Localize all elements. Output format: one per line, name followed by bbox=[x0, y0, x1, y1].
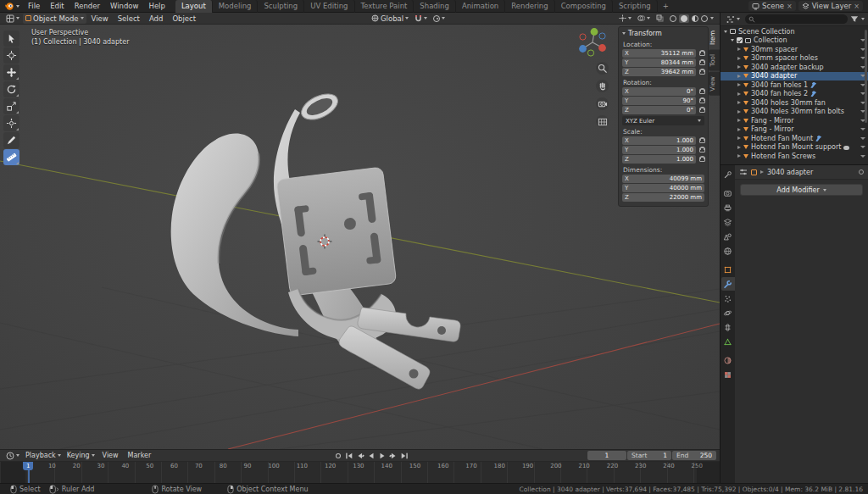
lock-icon[interactable] bbox=[698, 89, 704, 94]
perspective-toggle-button[interactable] bbox=[596, 115, 609, 128]
outliner-item[interactable]: 3040 holes 30mm fan bolts bbox=[721, 108, 868, 117]
visibility-icon[interactable] bbox=[860, 155, 865, 158]
current-frame-field[interactable]: 1 bbox=[587, 451, 626, 460]
tab-material[interactable] bbox=[721, 353, 735, 367]
frame-start-field[interactable]: Start1 bbox=[627, 451, 671, 460]
workspace-tab-texture-paint[interactable]: Texture Paint bbox=[355, 0, 415, 13]
workspace-tab-uv-editing[interactable]: UV Editing bbox=[304, 0, 354, 13]
scale-y-field[interactable]: Y1.000 bbox=[622, 146, 696, 154]
menu-render[interactable]: Render bbox=[70, 0, 105, 13]
axis-x-handle[interactable] bbox=[598, 44, 606, 52]
expand-icon[interactable] bbox=[737, 136, 741, 140]
rotation-y-field[interactable]: Y90° bbox=[622, 97, 696, 105]
outliner-item[interactable]: 30mm spacer bbox=[721, 45, 868, 54]
axis-x-neg-handle[interactable] bbox=[580, 34, 586, 40]
model-3040-adapter[interactable] bbox=[171, 89, 461, 389]
rotation-z-field[interactable]: Z0° bbox=[622, 106, 696, 114]
lock-icon[interactable] bbox=[698, 138, 704, 143]
lock-icon[interactable] bbox=[698, 147, 704, 153]
outliner-item[interactable]: 3040 holes 30mm fan bbox=[721, 98, 868, 108]
tab-object-data[interactable] bbox=[721, 335, 735, 348]
menu-object[interactable]: Object bbox=[168, 14, 200, 23]
outliner-item[interactable]: 3040 adapter backup bbox=[721, 63, 868, 72]
sidebar-tab-tool[interactable]: Tool bbox=[709, 50, 720, 71]
chevron-down-icon[interactable] bbox=[861, 18, 865, 20]
tab-texture[interactable] bbox=[721, 368, 735, 381]
transform-orientation-dropdown[interactable]: Global bbox=[369, 14, 411, 24]
move-tool[interactable] bbox=[3, 64, 19, 80]
menu-view[interactable]: View bbox=[87, 14, 113, 23]
scale-z-field[interactable]: Z1.000 bbox=[622, 155, 696, 164]
tab-physics[interactable] bbox=[721, 306, 735, 319]
transform-tool[interactable] bbox=[3, 115, 19, 131]
menu-window[interactable]: Window bbox=[105, 0, 144, 13]
scale-tool[interactable] bbox=[3, 98, 19, 114]
expand-icon[interactable] bbox=[737, 110, 741, 114]
next-keyframe-button[interactable] bbox=[389, 452, 398, 460]
location-y-field[interactable]: Y80344 mm bbox=[622, 58, 696, 67]
shading-material-button[interactable] bbox=[692, 15, 698, 22]
dimensions-y-field[interactable]: Y40000 mm bbox=[622, 184, 704, 192]
workspace-tab-modeling[interactable]: Modeling bbox=[213, 0, 259, 13]
axis-z-handle[interactable] bbox=[579, 45, 587, 53]
expand-icon[interactable] bbox=[737, 92, 741, 96]
workspace-tab-sculpting[interactable]: Sculpting bbox=[258, 0, 304, 13]
menu-edit[interactable]: Edit bbox=[45, 0, 69, 13]
outliner-item[interactable]: Hotend Fan Mount support bbox=[721, 143, 868, 153]
tab-scene[interactable] bbox=[721, 230, 735, 243]
panel-collapse-icon[interactable] bbox=[622, 32, 626, 35]
dimensions-z-field[interactable]: Z22000 mm bbox=[622, 193, 704, 202]
outliner-item[interactable]: Fang - Mirror bbox=[721, 116, 868, 125]
tab-constraints[interactable] bbox=[721, 320, 735, 334]
sidebar-tab-view[interactable]: View bbox=[709, 72, 720, 96]
outliner-scrollbar[interactable] bbox=[865, 30, 867, 123]
playhead-frame-badge[interactable]: 1 bbox=[23, 462, 33, 470]
select-box-tool[interactable] bbox=[3, 31, 19, 47]
expand-icon[interactable] bbox=[737, 65, 741, 69]
workspace-tab-shading[interactable]: Shading bbox=[414, 0, 456, 13]
tab-output[interactable] bbox=[721, 201, 735, 214]
expand-icon[interactable] bbox=[737, 128, 741, 131]
expand-icon[interactable] bbox=[737, 57, 741, 60]
annotate-tool[interactable] bbox=[3, 132, 19, 148]
timeline-editor-type-button[interactable] bbox=[3, 451, 22, 461]
dimensions-x-field[interactable]: X40099 mm bbox=[622, 175, 704, 183]
play-button[interactable] bbox=[378, 452, 387, 460]
add-workspace-button[interactable]: + bbox=[658, 0, 674, 13]
rotation-x-field[interactable]: X0° bbox=[622, 87, 696, 96]
filter-funnel-icon[interactable] bbox=[850, 15, 859, 23]
lock-icon[interactable] bbox=[698, 69, 704, 75]
expand-icon[interactable] bbox=[737, 83, 741, 86]
menu-keying[interactable]: Keying bbox=[64, 451, 97, 461]
location-x-field[interactable]: X35112 mm bbox=[622, 49, 696, 58]
expand-icon[interactable] bbox=[731, 39, 734, 42]
pin-icon[interactable] bbox=[859, 169, 864, 175]
outliner-item[interactable]: 3040 fan holes 2 bbox=[721, 90, 868, 99]
lock-icon[interactable] bbox=[698, 108, 704, 113]
timeline-ruler[interactable]: 1 10 20 30 40 50 60 70 80 90 100 110 120… bbox=[0, 462, 720, 483]
outliner-item[interactable]: Fang - Mirror bbox=[721, 125, 868, 135]
menu-timeline-view[interactable]: View bbox=[98, 452, 123, 459]
previous-keyframe-button[interactable] bbox=[356, 452, 364, 460]
collection-row[interactable]: Collection bbox=[721, 36, 868, 46]
lock-icon[interactable] bbox=[698, 60, 704, 65]
navigation-gizmo[interactable] bbox=[576, 26, 609, 58]
lock-icon[interactable] bbox=[698, 157, 704, 162]
camera-view-button[interactable] bbox=[596, 97, 609, 110]
outliner-item[interactable]: 3040 fan holes 1 bbox=[721, 80, 868, 90]
visibility-icon[interactable] bbox=[860, 137, 865, 140]
xray-toggle-button[interactable] bbox=[654, 14, 666, 24]
axis-y-handle[interactable] bbox=[591, 28, 598, 36]
expand-icon[interactable] bbox=[737, 154, 741, 158]
workspace-tab-compositing[interactable]: Compositing bbox=[555, 0, 613, 13]
visibility-icon[interactable] bbox=[860, 128, 865, 130]
location-z-field[interactable]: Z39642 mm bbox=[622, 68, 696, 76]
shading-wireframe-button[interactable] bbox=[670, 15, 676, 22]
menu-help[interactable]: Help bbox=[143, 0, 170, 13]
scale-x-field[interactable]: X1.000 bbox=[622, 136, 696, 145]
expand-icon[interactable] bbox=[737, 119, 741, 122]
tab-object[interactable] bbox=[721, 263, 735, 276]
scene-unlink-button[interactable]: × bbox=[787, 3, 793, 10]
show-overlays-button[interactable] bbox=[635, 14, 653, 24]
menu-select[interactable]: Select bbox=[114, 14, 144, 23]
